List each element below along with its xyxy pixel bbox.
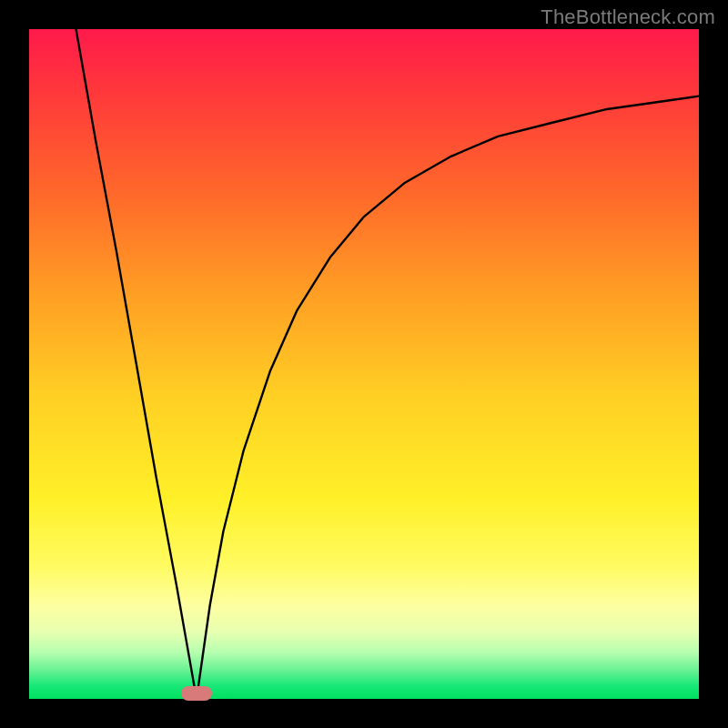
chart-frame: TheBottleneck.com [0,0,728,728]
bottleneck-curve [29,29,699,699]
optimal-marker [181,686,212,701]
watermark-text: TheBottleneck.com [541,5,715,29]
plot-area [29,29,699,699]
